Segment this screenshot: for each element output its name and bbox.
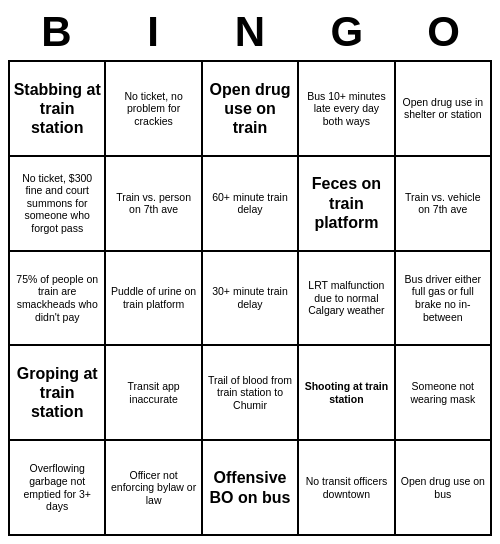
- bingo-cell-23[interactable]: No transit officers downtown: [299, 441, 395, 536]
- bingo-cell-14[interactable]: Bus driver either full gas or full brake…: [396, 252, 492, 347]
- bingo-cell-8[interactable]: Feces on train platform: [299, 157, 395, 252]
- bingo-letter-n: N: [206, 8, 294, 56]
- bingo-cell-20[interactable]: Overflowing garbage not emptied for 3+ d…: [10, 441, 106, 536]
- bingo-cell-18[interactable]: Shooting at train station: [299, 346, 395, 441]
- bingo-cell-10[interactable]: 75% of people on train are smackheads wh…: [10, 252, 106, 347]
- bingo-cell-7[interactable]: 60+ minute train delay: [203, 157, 299, 252]
- bingo-cell-11[interactable]: Puddle of urine on train platform: [106, 252, 202, 347]
- bingo-cell-19[interactable]: Someone not wearing mask: [396, 346, 492, 441]
- bingo-cell-4[interactable]: Open drug use in shelter or station: [396, 62, 492, 157]
- bingo-letter-o: O: [400, 8, 488, 56]
- bingo-cell-13[interactable]: LRT malfunction due to normal Calgary we…: [299, 252, 395, 347]
- bingo-cell-16[interactable]: Transit app inaccurate: [106, 346, 202, 441]
- bingo-cell-12[interactable]: 30+ minute train delay: [203, 252, 299, 347]
- bingo-cell-22[interactable]: Offensive BO on bus: [203, 441, 299, 536]
- bingo-header: BINGO: [8, 8, 492, 56]
- bingo-cell-5[interactable]: No ticket, $300 fine and court summons f…: [10, 157, 106, 252]
- bingo-cell-15[interactable]: Groping at train station: [10, 346, 106, 441]
- bingo-cell-1[interactable]: No ticket, no problem for crackies: [106, 62, 202, 157]
- bingo-cell-17[interactable]: Trail of blood from train station to Chu…: [203, 346, 299, 441]
- bingo-letter-g: G: [303, 8, 391, 56]
- bingo-cell-21[interactable]: Officer not enforcing bylaw or law: [106, 441, 202, 536]
- bingo-cell-3[interactable]: Bus 10+ minutes late every day both ways: [299, 62, 395, 157]
- bingo-cell-6[interactable]: Train vs. person on 7th ave: [106, 157, 202, 252]
- bingo-cell-24[interactable]: Open drug use on bus: [396, 441, 492, 536]
- bingo-cell-2[interactable]: Open drug use on train: [203, 62, 299, 157]
- bingo-grid: Stabbing at train stationNo ticket, no p…: [8, 60, 492, 536]
- bingo-cell-0[interactable]: Stabbing at train station: [10, 62, 106, 157]
- bingo-letter-i: I: [109, 8, 197, 56]
- bingo-cell-9[interactable]: Train vs. vehicle on 7th ave: [396, 157, 492, 252]
- bingo-letter-b: B: [12, 8, 100, 56]
